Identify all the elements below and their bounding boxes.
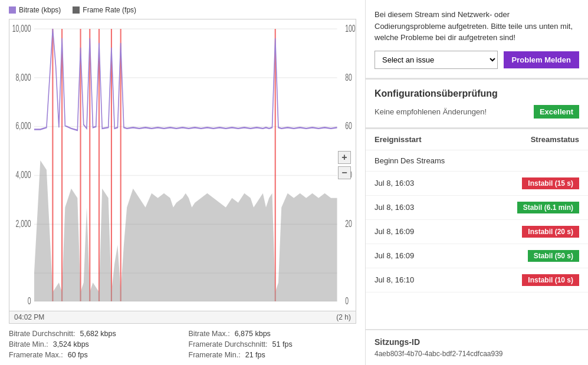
framerate-legend-label: Frame Rate (fps): [83, 6, 136, 14]
zoom-controls: + −: [338, 151, 351, 179]
bitrate-legend: Bitrate (kbps): [9, 6, 61, 14]
config-row: Keine empfohlenen Änderungen! Excellent: [375, 105, 579, 119]
event-status-badge: Instabil (20 s): [522, 226, 579, 238]
framerate-legend: Frame Rate (fps): [73, 6, 136, 14]
config-no-changes: Keine empfohlenen Änderungen!: [375, 107, 487, 116]
svg-text:60: 60: [345, 121, 352, 131]
issue-description: Bei diesem Stream sind Netzwerk- oder Co…: [375, 9, 579, 44]
event-status-badge: Instabil (10 s): [522, 274, 579, 286]
chart-area: 10,000 8,000 6,000 4,000 2,000 0 100 80 …: [9, 19, 356, 311]
event-date: Jul 8, 16:09: [375, 251, 414, 260]
bitrate-max-value: 6,875 kbps: [235, 330, 271, 338]
svg-text:0: 0: [28, 296, 31, 307]
bitrate-max-label: Bitrate Max.:: [189, 330, 230, 338]
stats-section: Bitrate Durchschnitt: 5,682 kbps Bitrate…: [9, 330, 356, 359]
chart-legend: Bitrate (kbps) Frame Rate (fps): [9, 6, 356, 14]
excellent-badge: Excellent: [534, 105, 579, 119]
framerate-avg-value: 51 fps: [272, 340, 293, 348]
bitrate-min-value: 3,524 kbps: [53, 340, 89, 348]
event-row: Jul 8, 16:09Instabil (20 s): [366, 220, 588, 244]
zoom-out-button[interactable]: −: [338, 166, 351, 179]
framerate-min-value: 21 fps: [245, 351, 265, 359]
framerate-max-label: Framerate Max.:: [9, 351, 63, 359]
chart-svg: 10,000 8,000 6,000 4,000 2,000 0 100 80 …: [9, 19, 356, 311]
events-list[interactable]: Beginn Des StreamsJul 8, 16:03Instabil (…: [366, 150, 588, 330]
report-button[interactable]: Problem Melden: [504, 51, 579, 68]
event-status-badge: Stabil (50 s): [528, 250, 579, 262]
svg-text:100: 100: [345, 24, 355, 34]
bitrate-avg-row: Bitrate Durchschnitt: 5,682 kbps: [9, 330, 177, 338]
time-start: 04:02 PM: [14, 313, 44, 321]
event-row: Jul 8, 16:03Stabil (6.1 min): [366, 196, 588, 220]
svg-text:80: 80: [345, 72, 352, 83]
bitrate-min-row: Bitrate Min.: 3,524 kbps: [9, 340, 177, 348]
event-date: Jul 8, 16:10: [375, 275, 414, 284]
session-title: Sitzungs-ID: [375, 337, 579, 347]
bitrate-legend-label: Bitrate (kbps): [19, 6, 61, 14]
bitrate-min-label: Bitrate Min.:: [9, 340, 48, 348]
events-header-start: Ereignisstart: [375, 135, 421, 144]
event-status-badge: Stabil (6.1 min): [517, 202, 579, 213]
svg-text:8,000: 8,000: [15, 72, 31, 83]
framerate-avg-row: Framerate Durchschnitt: 51 fps: [189, 340, 357, 348]
event-date: Jul 8, 16:09: [375, 227, 414, 236]
svg-text:10,000: 10,000: [12, 24, 31, 34]
left-panel: Bitrate (kbps) Frame Rate (fps) 10,000 8…: [0, 0, 366, 365]
event-row: Jul 8, 16:03Instabil (15 s): [366, 172, 588, 196]
bitrate-max-row: Bitrate Max.: 6,875 kbps: [189, 330, 357, 338]
framerate-avg-label: Framerate Durchschnitt:: [189, 340, 268, 348]
event-date: Beginn Des Streams: [375, 156, 445, 165]
session-section: Sitzungs-ID 4aeb803f-4b70-4abc-bdf2-714c…: [366, 329, 588, 365]
bitrate-legend-color: [9, 6, 16, 14]
framerate-max-row: Framerate Max.: 60 fps: [9, 351, 177, 359]
framerate-legend-color: [73, 6, 80, 14]
framerate-max-value: 60 fps: [68, 351, 88, 359]
event-row: Beginn Des Streams: [366, 150, 588, 172]
events-section: Ereignisstart Streamstatus Beginn Des St…: [366, 129, 588, 330]
event-status-badge: Instabil (15 s): [522, 177, 579, 189]
right-panel: Bei diesem Stream sind Netzwerk- oder Co…: [366, 0, 588, 365]
events-header: Ereignisstart Streamstatus: [366, 129, 588, 150]
issue-select[interactable]: Select an issue Netzwerkproblem Codierun…: [375, 51, 498, 69]
svg-text:2,000: 2,000: [15, 219, 31, 229]
time-duration: (2 h): [336, 313, 351, 321]
zoom-in-button[interactable]: +: [338, 151, 351, 164]
svg-text:6,000: 6,000: [15, 121, 31, 131]
svg-text:20: 20: [345, 219, 352, 229]
session-id: 4aeb803f-4b70-4abc-bdf2-714cdfcaa939: [375, 350, 579, 358]
framerate-min-label: Framerate Min.:: [189, 351, 241, 359]
bitrate-avg-value: 5,682 kbps: [80, 330, 116, 338]
event-date: Jul 8, 16:03: [375, 203, 414, 212]
config-title: Konfigurationsüberprüfung: [375, 88, 579, 99]
time-bar: 04:02 PM (2 h): [9, 311, 356, 324]
event-date: Jul 8, 16:03: [375, 179, 414, 188]
event-row: Jul 8, 16:09Stabil (50 s): [366, 244, 588, 268]
bitrate-avg-label: Bitrate Durchschnitt:: [9, 330, 75, 338]
issue-controls: Select an issue Netzwerkproblem Codierun…: [375, 51, 579, 69]
config-section: Konfigurationsüberprüfung Keine empfohle…: [366, 80, 588, 129]
svg-text:0: 0: [345, 296, 349, 307]
svg-text:4,000: 4,000: [15, 170, 31, 180]
events-header-status: Streamstatus: [531, 135, 579, 144]
framerate-min-row: Framerate Min.: 21 fps: [189, 351, 357, 359]
event-row: Jul 8, 16:10Instabil (10 s): [366, 268, 588, 292]
issue-section: Bei diesem Stream sind Netzwerk- oder Co…: [366, 0, 588, 80]
